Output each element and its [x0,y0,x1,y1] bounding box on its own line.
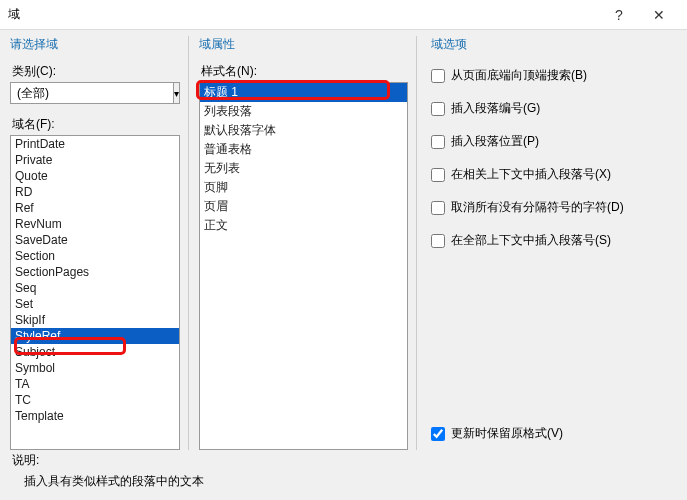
checkbox[interactable] [431,102,445,116]
list-item[interactable]: SkipIf [11,312,179,328]
list-item[interactable]: 页眉 [200,197,407,216]
list-item[interactable]: 列表段落 [200,102,407,121]
list-item[interactable]: RD [11,184,179,200]
opt-insert-para-full-context[interactable]: 在全部上下文中插入段落号(S) [431,232,677,249]
list-item[interactable]: Subject [11,344,179,360]
description-label: 说明: [12,452,675,469]
section-header-props: 域属性 [199,36,408,53]
fieldname-listbox[interactable]: PrintDatePrivateQuoteRDRefRevNumSaveDate… [10,135,180,450]
opt-label: 插入段落编号(G) [451,100,540,117]
list-item[interactable]: 页脚 [200,178,407,197]
opt-label: 在全部上下文中插入段落号(S) [451,232,611,249]
list-item[interactable]: Ref [11,200,179,216]
opt-label: 在相关上下文中插入段落号(X) [451,166,611,183]
opt-preserve-format[interactable]: 更新时保留原格式(V) [431,425,677,442]
list-item[interactable]: PrintDate [11,136,179,152]
fieldname-label: 域名(F): [12,116,180,133]
category-label: 类别(C): [12,63,180,80]
list-item[interactable]: RevNum [11,216,179,232]
list-item[interactable]: SaveDate [11,232,179,248]
dialog-body: 请选择域 类别(C): ▾ 域名(F): PrintDatePrivateQuo… [0,30,687,450]
dialog-title: 域 [8,6,599,23]
opt-insert-para-num[interactable]: 插入段落编号(G) [431,100,677,117]
opt-label: 更新时保留原格式(V) [451,425,563,442]
column-select-field: 请选择域 类别(C): ▾ 域名(F): PrintDatePrivateQuo… [10,36,180,450]
category-combo[interactable]: ▾ [10,82,180,104]
description-text: 插入具有类似样式的段落中的文本 [12,473,675,490]
list-item[interactable]: 标题 1 [200,83,407,102]
opt-label: 从页面底端向顶端搜索(B) [451,67,587,84]
stylename-label: 样式名(N): [201,63,408,80]
list-item[interactable]: Seq [11,280,179,296]
list-item[interactable]: Quote [11,168,179,184]
list-item[interactable]: StyleRef [11,328,179,344]
description-area: 说明: 插入具有类似样式的段落中的文本 [0,450,687,500]
checkbox[interactable] [431,234,445,248]
opt-suppress-nondelim[interactable]: 取消所有没有分隔符号的字符(D) [431,199,677,216]
list-item[interactable]: Section [11,248,179,264]
help-button[interactable]: ? [599,1,639,29]
list-item[interactable]: Private [11,152,179,168]
list-item[interactable]: 默认段落字体 [200,121,407,140]
list-item[interactable]: TC [11,392,179,408]
section-header-options: 域选项 [431,36,677,53]
list-item[interactable]: 正文 [200,216,407,235]
opt-insert-para-context[interactable]: 在相关上下文中插入段落号(X) [431,166,677,183]
column-field-options: 域选项 从页面底端向顶端搜索(B) 插入段落编号(G) 插入段落位置(P) 在相… [416,36,677,450]
list-item[interactable]: Symbol [11,360,179,376]
list-item[interactable]: 普通表格 [200,140,407,159]
stylename-listbox[interactable]: 标题 1列表段落默认段落字体普通表格无列表页脚页眉正文 [199,82,408,450]
category-input[interactable] [10,82,173,104]
opt-search-bottom[interactable]: 从页面底端向顶端搜索(B) [431,67,677,84]
list-item[interactable]: 无列表 [200,159,407,178]
checkbox[interactable] [431,69,445,83]
opt-label: 插入段落位置(P) [451,133,539,150]
chevron-down-icon[interactable]: ▾ [173,82,180,104]
checkbox[interactable] [431,168,445,182]
section-header-select: 请选择域 [10,36,180,53]
opt-insert-para-pos[interactable]: 插入段落位置(P) [431,133,677,150]
list-item[interactable]: TA [11,376,179,392]
list-item[interactable]: Set [11,296,179,312]
checkbox[interactable] [431,427,445,441]
checkbox[interactable] [431,201,445,215]
list-item[interactable]: SectionPages [11,264,179,280]
list-item[interactable]: Template [11,408,179,424]
checkbox[interactable] [431,135,445,149]
column-field-props: 域属性 样式名(N): 标题 1列表段落默认段落字体普通表格无列表页脚页眉正文 [188,36,408,450]
opt-label: 取消所有没有分隔符号的字符(D) [451,199,624,216]
close-button[interactable]: ✕ [639,1,679,29]
titlebar: 域 ? ✕ [0,0,687,30]
